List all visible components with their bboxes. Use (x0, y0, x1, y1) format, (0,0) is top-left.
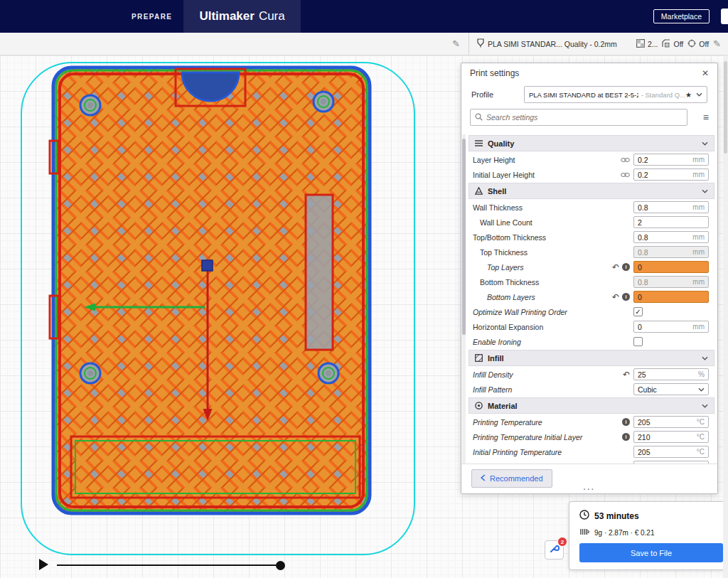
info-icon[interactable]: i (622, 433, 630, 441)
top-bottom-thickness-input[interactable]: 0.8mm (633, 231, 709, 243)
setting-row-top-thickness: Top Thickness0.8mm (467, 245, 717, 259)
section-label: Infill (488, 354, 504, 363)
material-summary-text: PLA SIMI STANDAR... Quality - 0.2mm (488, 40, 617, 48)
play-button[interactable] (39, 559, 48, 570)
settings-scroll-area: QualityLayer Height0.2mmInitial Layer He… (461, 134, 717, 465)
link-icon (621, 157, 630, 163)
setting-label: Infill Pattern (473, 385, 512, 394)
info-icon[interactable]: i (622, 418, 630, 426)
account-button[interactable] (721, 9, 728, 24)
edit-config-icon[interactable]: ✎ (713, 38, 721, 49)
infill-summary-text: 2... (648, 40, 658, 48)
edit-printer-icon[interactable]: ✎ (452, 38, 460, 49)
infill-pattern-select[interactable]: Cubic (633, 383, 709, 395)
setting-row-top-layers: Top Layers↶i0 (467, 259, 717, 274)
revert-icon[interactable]: ↶ (612, 263, 619, 272)
marketplace-button[interactable]: Marketplace (653, 9, 710, 23)
material-config-item[interactable]: PLA SIMI STANDAR... Quality - 0.2mm (476, 38, 617, 49)
profile-dropdown[interactable]: PLA SIMI STANDARD at BEST 2-5-2... - Sta… (524, 86, 707, 103)
adjust-output-button[interactable]: 2 (545, 540, 564, 560)
info-icon[interactable]: i (622, 293, 630, 301)
setting-row-enable-ironing: Enable Ironing (467, 334, 717, 349)
printing-temperature-input[interactable]: 205°C (633, 416, 709, 428)
panel-resize-handle[interactable]: ··· (584, 485, 596, 493)
top-thickness-input[interactable]: 0.8mm (633, 246, 709, 258)
chevron-down-icon[interactable] (702, 141, 708, 146)
setting-row-wall-line-count: Wall Line Count2 (467, 215, 717, 230)
section-infill[interactable]: Infill (469, 350, 714, 366)
recommended-button[interactable]: Recommended (471, 469, 552, 488)
infill-density-input[interactable]: 25% (633, 368, 709, 380)
section-label: Quality (488, 139, 514, 148)
revert-icon[interactable]: ↶ (623, 370, 630, 379)
settings-visibility-menu-icon[interactable]: ≡ (703, 112, 709, 123)
setting-label: Bottom Layers (487, 293, 535, 301)
search-settings-box (470, 109, 687, 126)
setting-label: Bottom Thickness (480, 278, 539, 287)
config-toolbar: ✎ PLA SIMI STANDAR... Quality - 0.2mm 2.… (0, 33, 728, 55)
tab-prepare[interactable]: PREPARE (132, 13, 172, 21)
setting-label: Enable Ironing (473, 338, 521, 346)
link-icon (621, 172, 630, 178)
horizontal-expansion-input[interactable]: 0mm (633, 321, 709, 333)
infill-section-icon (475, 354, 483, 362)
layer-slider-handle[interactable] (276, 561, 285, 570)
print-settings-panel: Print settings ✕ Profile PLA SIMI STANDA… (461, 63, 718, 494)
setting-label: Printing Temperature Initial Layer (473, 433, 582, 441)
support-config-item[interactable]: Off (662, 39, 683, 49)
chevron-down-icon[interactable] (696, 92, 702, 97)
initial-printing-temperature-input[interactable]: 205°C (633, 446, 709, 458)
panel-footer: Recommended ··· (461, 464, 717, 493)
clock-icon (579, 510, 589, 523)
bottom-thickness-input[interactable]: 0.8mm (633, 276, 709, 288)
setting-row-wall-thickness: Wall Thickness0.8mm (467, 200, 717, 215)
app-logo: Ultimaker Cura (183, 0, 300, 33)
material-usage-estimate: 9g · 2.87m · € 0.21 (594, 529, 655, 537)
printing-temperature-initial-layer-input[interactable]: 210°C (633, 431, 709, 443)
panel-title: Print settings (470, 68, 519, 78)
info-icon[interactable]: i (622, 263, 630, 271)
close-icon[interactable]: ✕ (702, 68, 709, 78)
layer-height-input[interactable]: 0.2mm (633, 154, 709, 166)
settings-scrollbar[interactable] (462, 134, 466, 465)
print-summary-card: 53 minutes 9g · 2.87m · € 0.21 Save to F… (569, 501, 728, 570)
optimize-wall-printing-order-checkbox[interactable]: ✓ (633, 307, 643, 316)
section-material[interactable]: Material (469, 397, 714, 414)
initial-layer-height-input[interactable]: 0.2mm (633, 168, 709, 181)
setting-label: Initial Layer Height (473, 171, 535, 179)
revert-icon[interactable]: ↶ (612, 293, 619, 301)
setting-label: Top/Bottom Thickness (473, 233, 546, 242)
chevron-down-icon[interactable] (702, 404, 708, 408)
search-settings-input[interactable] (486, 113, 682, 122)
infill-config-item[interactable]: 2... (636, 39, 658, 49)
material-usage-icon (580, 526, 589, 539)
wall-line-count-input[interactable]: 2 (633, 216, 709, 228)
chevron-down-icon[interactable] (702, 189, 708, 193)
window-scrollbar[interactable] (723, 55, 728, 578)
setting-row-horizontal-expansion: Horizontal Expansion0mm (467, 319, 717, 334)
adhesion-config-item[interactable]: Off (687, 39, 709, 49)
profile-value: PLA SIMI STANDARD at BEST 2-5-2... (529, 91, 638, 99)
save-to-file-button[interactable]: Save to File (579, 543, 723, 562)
section-shell[interactable]: Shell (469, 183, 714, 199)
star-icon[interactable]: ★ (685, 91, 692, 99)
bottom-layers-input[interactable]: 0 (633, 291, 709, 303)
setting-row-initial-layer-height: Initial Layer Height0.2mm (467, 167, 717, 182)
setting-label: Top Thickness (480, 248, 528, 257)
layer-slider-track[interactable] (57, 564, 279, 566)
setting-label: Horizontal Expansion (473, 323, 543, 331)
section-label: Material (488, 402, 518, 410)
wall-thickness-input[interactable]: 0.8mm (633, 201, 709, 213)
sliced-model-preview[interactable] (0, 55, 469, 578)
enable-ironing-checkbox[interactable] (633, 337, 643, 346)
section-quality[interactable]: Quality (469, 135, 714, 151)
search-icon (475, 111, 483, 124)
chevron-down-icon[interactable] (702, 356, 708, 360)
chevron-left-icon (481, 474, 486, 483)
print-time-estimate: 53 minutes (594, 511, 639, 521)
tool-icon (549, 543, 560, 557)
top-layers-input[interactable]: 0 (633, 261, 709, 273)
section-label: Shell (488, 187, 506, 196)
setting-label: Printing Temperature (473, 418, 542, 427)
notification-badge: 2 (557, 537, 567, 547)
